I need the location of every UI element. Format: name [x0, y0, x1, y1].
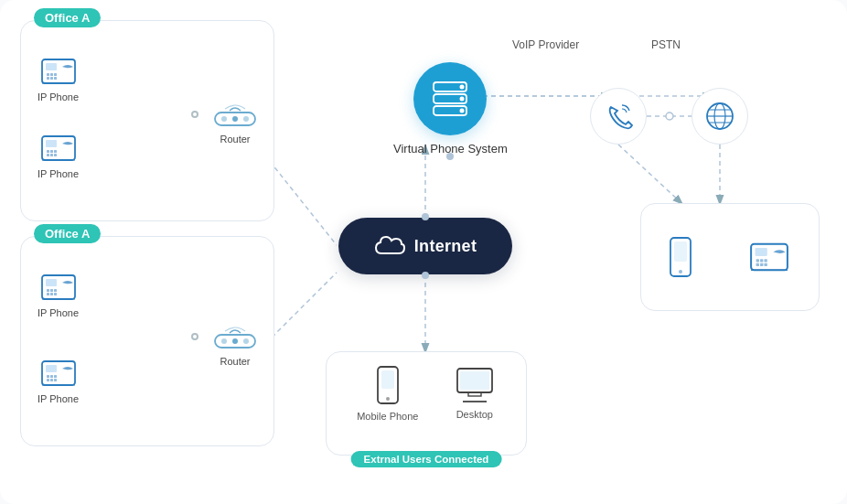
svg-point-59 — [243, 338, 249, 344]
svg-rect-21 — [47, 77, 49, 80]
svg-rect-78 — [764, 259, 767, 262]
svg-rect-43 — [47, 293, 49, 295]
vps-node: Virtual Phone System — [393, 62, 508, 155]
voip-circle — [590, 88, 647, 145]
svg-rect-29 — [54, 150, 57, 153]
svg-rect-73 — [674, 241, 687, 262]
router-top-label: Router — [220, 134, 250, 145]
svg-point-72 — [679, 270, 682, 273]
svg-rect-42 — [54, 289, 57, 292]
svg-rect-30 — [47, 154, 49, 156]
ip-phone-1-label: IP Phone — [38, 91, 79, 102]
svg-rect-18 — [47, 73, 49, 76]
svg-rect-75 — [756, 248, 767, 256]
office-a-top-label: Office A — [34, 8, 101, 27]
pstn-circle — [692, 88, 748, 145]
svg-rect-44 — [50, 293, 53, 295]
globe-icon — [702, 98, 738, 134]
ip-phone-3: IP Phone — [38, 270, 79, 318]
svg-rect-54 — [54, 379, 57, 381]
vps-bottom-dot — [446, 153, 454, 160]
internet-label: Internet — [414, 237, 477, 256]
svg-rect-32 — [54, 154, 57, 156]
svg-point-84 — [386, 397, 390, 401]
ip-phone-3-icon — [38, 270, 79, 305]
svg-rect-74 — [751, 244, 788, 271]
svg-point-12 — [666, 113, 673, 120]
svg-rect-19 — [50, 73, 53, 76]
vps-icon — [428, 79, 472, 119]
router-bottom: Router — [211, 324, 259, 367]
svg-rect-41 — [50, 289, 53, 292]
svg-rect-16 — [42, 59, 75, 83]
svg-point-64 — [460, 97, 465, 102]
router-bottom-icon — [211, 324, 259, 353]
pstn-devices-box — [640, 203, 820, 311]
ip-phone-4: IP Phone — [38, 356, 79, 404]
svg-point-37 — [243, 116, 249, 122]
voip-provider-label: VoIP Provider — [512, 38, 579, 51]
svg-rect-39 — [46, 279, 57, 286]
internet-top-dot — [422, 213, 429, 220]
svg-point-57 — [221, 338, 227, 344]
svg-rect-38 — [42, 275, 75, 299]
desktop-item: Desktop — [454, 367, 496, 420]
ip-phone-1: IP Phone — [38, 54, 79, 102]
ip-phone-4-icon — [38, 356, 79, 391]
svg-rect-47 — [42, 361, 75, 385]
internet-node: Internet — [338, 218, 512, 274]
desktop-icon — [454, 367, 496, 403]
svg-rect-52 — [47, 379, 49, 381]
external-users-box: Mobile Phone Desktop Extrnal Users Conne… — [326, 351, 527, 456]
svg-rect-53 — [50, 379, 53, 381]
svg-rect-49 — [47, 375, 49, 378]
svg-point-35 — [221, 116, 227, 122]
external-users-label: Extrnal Users Connected — [351, 451, 502, 467]
svg-rect-22 — [50, 77, 53, 80]
office-a-top-box: Office A IP Phone — [20, 20, 274, 221]
ip-phone-2-icon — [38, 131, 79, 166]
svg-rect-17 — [46, 63, 57, 70]
svg-rect-23 — [54, 77, 57, 80]
svg-rect-40 — [47, 289, 49, 292]
svg-rect-31 — [50, 154, 53, 156]
cloud-icon — [374, 233, 405, 259]
mobile-pstn-icon — [667, 236, 694, 278]
pstn-label: PSTN — [651, 38, 681, 51]
svg-rect-81 — [764, 263, 767, 266]
desktop-label: Desktop — [456, 409, 493, 420]
pstn-phone-icon — [745, 238, 793, 276]
router-top: Router — [211, 102, 259, 145]
voip-phone-icon — [602, 100, 635, 133]
office-a-bottom-label: Office A — [34, 224, 101, 243]
svg-rect-77 — [760, 259, 763, 262]
svg-rect-76 — [756, 259, 759, 262]
svg-rect-45 — [54, 293, 57, 295]
svg-rect-27 — [47, 150, 49, 153]
router-top-connector — [191, 111, 198, 118]
svg-point-58 — [232, 338, 238, 344]
router-bottom-label: Router — [220, 356, 250, 367]
svg-rect-51 — [54, 375, 57, 378]
diagram-container: Office A IP Phone — [0, 0, 847, 504]
svg-point-63 — [460, 85, 465, 90]
mobile-phone-icon — [375, 365, 401, 405]
mobile-phone-label: Mobile Phone — [357, 411, 418, 422]
pstn-mobile-item — [667, 236, 694, 278]
mobile-phone-item: Mobile Phone — [357, 365, 418, 422]
internet-bottom-dot — [422, 272, 429, 279]
router-top-icon — [211, 102, 259, 131]
ip-phone-2-label: IP Phone — [38, 168, 79, 179]
svg-line-9 — [618, 145, 681, 203]
pstn-phone-item — [745, 238, 793, 276]
svg-rect-80 — [760, 263, 763, 266]
vps-circle — [413, 62, 487, 135]
svg-rect-79 — [756, 263, 759, 266]
svg-rect-88 — [468, 392, 481, 396]
ip-phone-icon — [38, 54, 79, 89]
svg-rect-85 — [381, 370, 394, 389]
ip-phone-3-label: IP Phone — [38, 307, 79, 318]
office-a-bottom-box: Office A IP Phone — [20, 236, 274, 446]
ip-phone-2: IP Phone — [38, 131, 79, 179]
svg-point-65 — [460, 109, 465, 113]
